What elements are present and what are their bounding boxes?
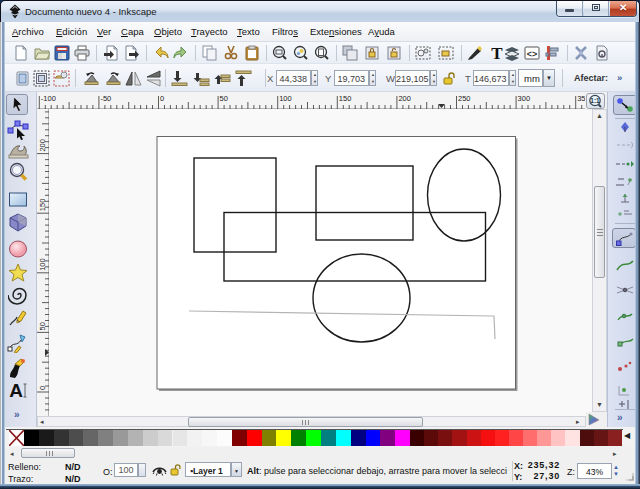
svg-text:50: 50	[220, 94, 228, 103]
svg-text:200: 200	[398, 94, 411, 103]
svg-text:200: 200	[38, 139, 47, 152]
svg-text:A: A	[9, 381, 23, 401]
svg-text:100: 100	[38, 258, 47, 271]
svg-text:<>: <>	[527, 49, 538, 59]
svg-text:150: 150	[339, 94, 352, 103]
svg-text:300: 300	[518, 94, 531, 103]
svg-text:1:1: 1:1	[590, 97, 600, 104]
svg-text:T: T	[491, 45, 503, 61]
svg-text:0: 0	[38, 386, 47, 390]
svg-text:50: 50	[38, 322, 47, 330]
svg-text:100: 100	[279, 94, 292, 103]
svg-text:0: 0	[160, 94, 164, 103]
svg-text:-50: -50	[100, 94, 111, 103]
svg-text:250: 250	[458, 94, 471, 103]
svg-text:150: 150	[38, 199, 47, 212]
svg-text:-100: -100	[41, 94, 56, 103]
